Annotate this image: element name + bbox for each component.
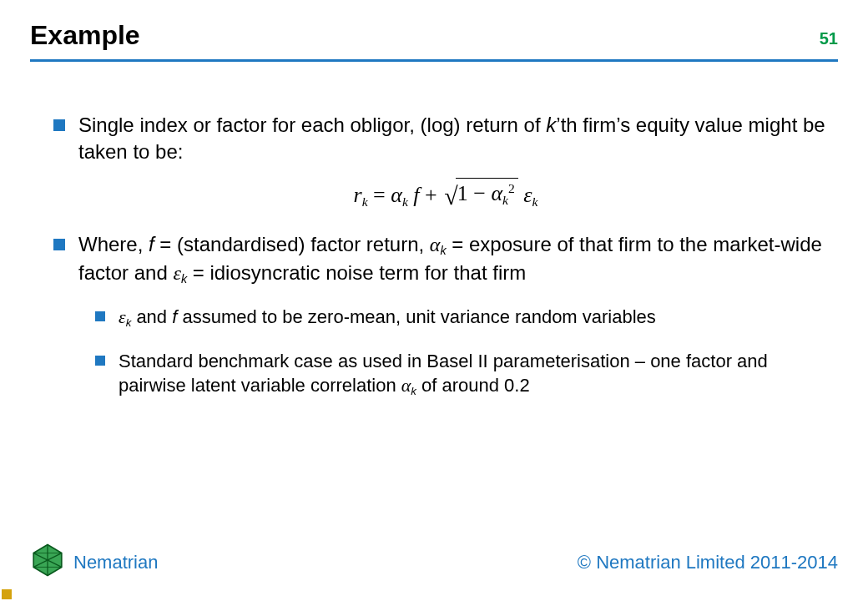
- eq-f: f: [408, 183, 425, 207]
- eq-epsilon: ε: [523, 183, 532, 207]
- text-frag: = idiosyncratic noise term for that firm: [187, 261, 526, 284]
- list-item: Standard benchmark case as used in Basel…: [95, 349, 838, 399]
- list-item: Where, f = (standardised) factor return,…: [53, 231, 838, 399]
- eq-alpha: α: [491, 181, 502, 205]
- list-item: Single index or factor for each obligor,…: [53, 112, 838, 213]
- var-alpha: α: [401, 375, 411, 396]
- slide-body: Single index or factor for each obligor,…: [30, 112, 838, 399]
- sub-bullet-list: εk and f assumed to be zero-mean, unit v…: [78, 305, 838, 399]
- var-f: f: [149, 233, 154, 255]
- eq-equals: =: [368, 183, 391, 207]
- header: Example 51: [30, 20, 838, 51]
- eq-alpha: α: [391, 183, 402, 207]
- var-alpha: α: [430, 234, 441, 255]
- text-frag: = (standardised) factor return,: [154, 233, 430, 255]
- eq-sup-2: 2: [508, 180, 515, 194]
- page-number: 51: [820, 29, 838, 48]
- eq-r: r: [354, 183, 362, 207]
- var-epsilon: ε: [119, 306, 126, 327]
- text-frag: and: [131, 306, 172, 327]
- brand-name: Nematrian: [73, 552, 158, 573]
- text-frag: Where,: [78, 233, 149, 255]
- eq-minus: −: [468, 181, 492, 205]
- equation: rk = αk f + √1 − αk2 εk: [53, 179, 838, 214]
- sub-bullet-1-text: εk and f assumed to be zero-mean, unit v…: [119, 306, 656, 327]
- eq-sub-k: k: [502, 192, 508, 206]
- slide: Example 51 Single index or factor for ea…: [0, 0, 868, 601]
- eq-one: 1: [457, 181, 468, 205]
- eq-sub-k: k: [402, 194, 408, 208]
- var-sub-k: k: [181, 272, 187, 285]
- eq-plus: +: [425, 183, 442, 207]
- logo-icon: [30, 543, 65, 583]
- sub-bullet-2-text: Standard benchmark case as used in Basel…: [119, 351, 768, 396]
- var-sub-k: k: [411, 385, 416, 397]
- corner-marker-icon: [2, 589, 12, 599]
- text-frag: of around 0.2: [416, 375, 530, 396]
- eq-sub-k: k: [362, 194, 368, 208]
- bullet-1-text: Single index or factor for each obligor,…: [78, 114, 825, 163]
- eq-sqrt: √1 − αk2: [444, 179, 518, 214]
- text-frag: assumed to be zero-mean, unit variance r…: [177, 306, 656, 327]
- text-frag: Single index or factor for each obligor,…: [78, 114, 546, 136]
- page-title: Example: [30, 20, 140, 51]
- bullet-list: Single index or factor for each obligor,…: [37, 112, 838, 399]
- copyright-text: © Nematrian Limited 2011-2014: [578, 552, 838, 573]
- var-epsilon: ε: [173, 262, 180, 284]
- title-rule: [30, 59, 838, 62]
- eq-sub-k: k: [532, 194, 538, 208]
- var-k: k: [546, 114, 556, 136]
- bullet-2-text: Where, f = (standardised) factor return,…: [78, 233, 822, 284]
- list-item: εk and f assumed to be zero-mean, unit v…: [95, 305, 838, 331]
- footer: Nematrian © Nematrian Limited 2011-2014: [30, 543, 838, 583]
- var-sub-k: k: [440, 245, 446, 258]
- eq-sqrt-content: 1 − αk2: [456, 178, 518, 209]
- brand: Nematrian: [30, 543, 158, 583]
